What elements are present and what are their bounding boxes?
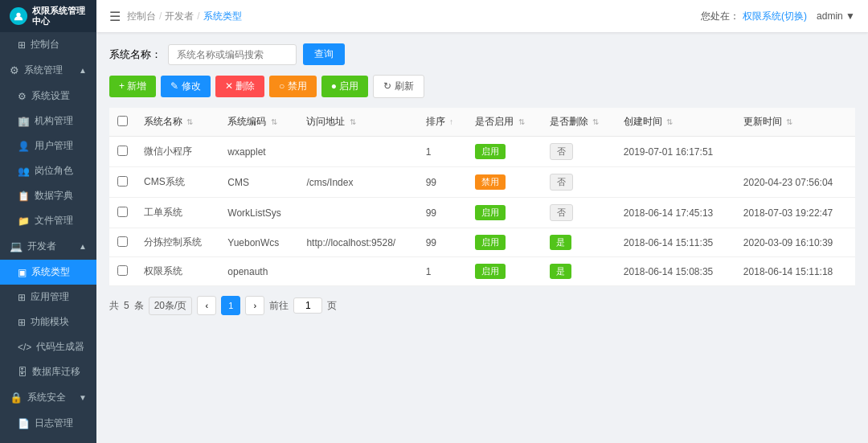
search-button[interactable]: 查询 [303, 43, 345, 65]
sidebar-item-code-gen[interactable]: </> 代码生成器 [0, 334, 96, 359]
row-checkbox-0[interactable] [117, 146, 128, 156]
sidebar-item-app-manage[interactable]: ⊞ 应用管理 [0, 285, 96, 310]
table-row: 分拣控制系统 YuebonWcs http://localhost:9528/ … [109, 228, 855, 257]
sys-settings-icon: ⚙ [18, 91, 27, 102]
sidebar-item-func-module[interactable]: ⊞ 功能模块 [0, 310, 96, 334]
breadcrumb-dashboard[interactable]: 控制台 [127, 10, 156, 23]
sidebar-section-sys-manage[interactable]: ⚙ 系统管理 ▲ [0, 57, 96, 84]
sidebar-item-log[interactable]: 📄 日志管理 [0, 411, 96, 436]
table-body: 微信小程序 wxapplet 1 启用 否 2019-07-01 16:17:5… [109, 137, 855, 286]
enabled-badge: 禁用 [475, 174, 506, 190]
next-page-btn[interactable]: › [245, 296, 264, 315]
delete-button[interactable]: ✕ 删除 [215, 76, 264, 97]
row-checkbox-cell [109, 198, 136, 228]
deleted-badge: 否 [550, 174, 573, 191]
content-area: 系统名称： 查询 + 新增 ✎ 修改 ✕ 删除 ○ 禁用 ● 启用 ↻ 刷新 系… [96, 32, 868, 443]
sidebar-item-file-manage[interactable]: 📁 文件管理 [0, 208, 96, 233]
row-checkbox-cell [109, 137, 136, 167]
row-create-time [616, 167, 735, 198]
org-label: 机构管理 [35, 114, 73, 128]
page-1-btn[interactable]: 1 [221, 296, 240, 315]
sidebar-item-org-manage[interactable]: 🏢 机构管理 [0, 109, 96, 133]
col-checkbox [109, 108, 136, 137]
sort-enabled-icon[interactable]: ⇅ [518, 117, 525, 126]
edit-button[interactable]: ✎ 修改 [161, 76, 210, 97]
row-update-time: 2018-07-03 19:22:47 [735, 198, 855, 228]
row-url [298, 198, 417, 228]
sidebar-section-sys-security[interactable]: 🔒 系统安全 ▼ [0, 384, 96, 411]
user-dropdown[interactable]: admin ▼ [817, 10, 855, 22]
row-create-time: 2018-06-14 15:11:35 [616, 228, 735, 257]
sidebar-item-user-manage[interactable]: 👤 用户管理 [0, 133, 96, 158]
prev-page-btn[interactable]: ‹ [197, 296, 216, 315]
user-icon: 👤 [18, 141, 30, 152]
total-label: 共 [109, 299, 119, 313]
row-checkbox-3[interactable] [117, 236, 128, 247]
select-all-checkbox[interactable] [117, 116, 128, 126]
row-enabled: 启用 [467, 257, 541, 286]
page-jump-input[interactable] [293, 297, 322, 314]
breadcrumb-developer[interactable]: 开发者 [165, 10, 194, 23]
row-code: YuebonWcs [219, 228, 298, 257]
jump-label: 前往 [269, 299, 289, 313]
row-deleted: 是 [542, 257, 616, 286]
dict-label: 数据字典 [35, 189, 73, 203]
sort-url-icon[interactable]: ⇅ [350, 117, 356, 126]
row-code: CMS [219, 167, 298, 198]
row-sort: 1 [418, 137, 468, 167]
row-create-time: 2019-07-01 16:17:51 [616, 137, 735, 167]
row-checkbox-4[interactable] [117, 265, 128, 276]
sidebar-item-system-type[interactable]: ▣ 系统类型 [0, 260, 96, 285]
row-sort: 99 [418, 167, 468, 198]
deleted-badge: 否 [550, 204, 573, 221]
search-label: 系统名称： [109, 47, 162, 62]
breadcrumb-sep1: / [159, 10, 162, 22]
breadcrumb-current: 系统类型 [203, 10, 242, 23]
row-checkbox-2[interactable] [117, 207, 128, 217]
code-gen-icon: </> [18, 342, 31, 353]
add-button[interactable]: + 新增 [109, 76, 156, 97]
sidebar-item-dashboard[interactable]: ⊞ 控制台 [0, 32, 96, 57]
sort-code-icon[interactable]: ⇅ [271, 117, 277, 126]
sidebar-item-sys-settings[interactable]: ⚙ 系统设置 [0, 84, 96, 109]
sort-update-icon[interactable]: ⇅ [786, 117, 792, 126]
sidebar-item-role[interactable]: 👥 岗位角色 [0, 158, 96, 183]
enabled-badge: 启用 [475, 235, 506, 250]
table-row: 权限系统 openauth 1 启用 是 2018-06-14 15:08:35… [109, 257, 855, 286]
dashboard-label: 控制台 [31, 38, 59, 51]
row-deleted: 是 [542, 228, 616, 257]
dashboard-icon: ⊞ [18, 39, 26, 51]
row-checkbox-1[interactable] [117, 176, 128, 187]
system-name[interactable]: 权限系统(切换) [743, 10, 807, 23]
total-unit: 条 [134, 299, 144, 313]
disable-button[interactable]: ○ 禁用 [269, 76, 317, 97]
enabled-badge: 启用 [475, 144, 506, 159]
search-input[interactable] [168, 44, 297, 65]
sort-name-icon[interactable]: ⇅ [186, 117, 193, 126]
sort-create-icon[interactable]: ⇅ [666, 117, 673, 126]
refresh-button[interactable]: ↻ 刷新 [373, 75, 424, 98]
sidebar-item-access[interactable]: 🔐 访问控制 [0, 436, 96, 443]
row-url [298, 137, 417, 167]
main-area: ☰ 控制台 / 开发者 / 系统类型 您处在： 权限系统(切换) admin ▼… [96, 0, 868, 443]
sort-sort-icon[interactable]: ↑ [449, 117, 453, 126]
sidebar-item-data-dict[interactable]: 📋 数据字典 [0, 183, 96, 208]
sidebar-section-developer[interactable]: 💻 开发者 ▲ [0, 233, 96, 260]
row-url: http://localhost:9528/ [298, 228, 417, 257]
menu-toggle-icon[interactable]: ☰ [109, 9, 121, 24]
role-icon: 👥 [18, 166, 30, 177]
top-header: ☰ 控制台 / 开发者 / 系统类型 您处在： 权限系统(切换) admin ▼ [96, 0, 868, 32]
col-create-time: 创建时间 ⇅ [616, 108, 735, 137]
sort-deleted-icon[interactable]: ⇅ [592, 117, 599, 126]
db-label: 数据库迁移 [32, 365, 80, 379]
page-size[interactable]: 20条/页 [149, 297, 193, 315]
row-enabled: 禁用 [467, 167, 541, 198]
system-type-icon: ▣ [18, 267, 27, 278]
sidebar-item-db-migrate[interactable]: 🗄 数据库迁移 [0, 359, 96, 384]
row-enabled: 启用 [467, 228, 541, 257]
row-name: 工单系统 [136, 198, 219, 228]
enable-button[interactable]: ● 启用 [321, 76, 369, 97]
col-code: 系统编码 ⇅ [219, 108, 298, 137]
user-label: 用户管理 [35, 139, 73, 153]
row-name: 权限系统 [136, 257, 219, 286]
